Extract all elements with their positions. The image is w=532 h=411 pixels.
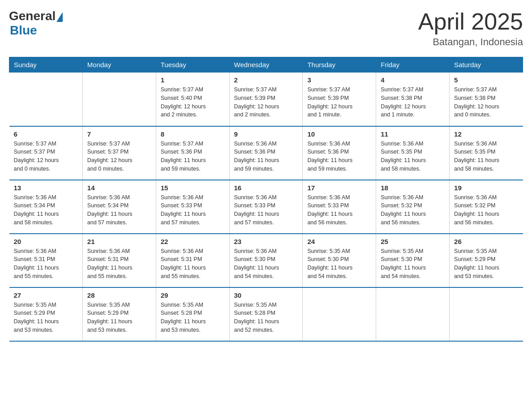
- calendar-cell: 21Sunrise: 5:36 AM Sunset: 5:31 PM Dayli…: [82, 234, 156, 287]
- day-number: 7: [87, 130, 151, 138]
- day-info: Sunrise: 5:36 AM Sunset: 5:33 PM Dayligh…: [307, 193, 371, 227]
- day-info: Sunrise: 5:37 AM Sunset: 5:37 PM Dayligh…: [14, 140, 78, 173]
- day-info: Sunrise: 5:36 AM Sunset: 5:34 PM Dayligh…: [87, 193, 151, 227]
- day-info: Sunrise: 5:36 AM Sunset: 5:31 PM Dayligh…: [87, 247, 151, 281]
- day-number: 12: [454, 130, 518, 138]
- calendar-title: April 2025: [418, 9, 523, 34]
- calendar-week-row: 13Sunrise: 5:36 AM Sunset: 5:34 PM Dayli…: [9, 180, 523, 234]
- calendar-cell: [376, 287, 450, 341]
- day-number: 5: [454, 76, 518, 84]
- calendar-cell: 23Sunrise: 5:36 AM Sunset: 5:30 PM Dayli…: [229, 234, 303, 287]
- calendar-cell: 25Sunrise: 5:35 AM Sunset: 5:30 PM Dayli…: [376, 234, 450, 287]
- day-number: 20: [14, 238, 78, 245]
- day-info: Sunrise: 5:36 AM Sunset: 5:31 PM Dayligh…: [161, 247, 225, 281]
- day-info: Sunrise: 5:35 AM Sunset: 5:29 PM Dayligh…: [454, 247, 518, 281]
- calendar-cell: 6Sunrise: 5:37 AM Sunset: 5:37 PM Daylig…: [9, 126, 83, 180]
- day-of-week-header: Saturday: [450, 57, 523, 73]
- day-number: 27: [14, 291, 78, 299]
- calendar-cell: 17Sunrise: 5:36 AM Sunset: 5:33 PM Dayli…: [303, 180, 376, 234]
- calendar-subtitle: Batangan, Indonesia: [418, 36, 523, 48]
- calendar-cell: 14Sunrise: 5:36 AM Sunset: 5:34 PM Dayli…: [82, 180, 156, 234]
- calendar-cell: 19Sunrise: 5:36 AM Sunset: 5:32 PM Dayli…: [450, 180, 523, 234]
- calendar-cell: 26Sunrise: 5:35 AM Sunset: 5:29 PM Dayli…: [450, 234, 523, 287]
- day-info: Sunrise: 5:36 AM Sunset: 5:31 PM Dayligh…: [14, 247, 78, 281]
- day-number: 22: [161, 238, 225, 245]
- day-number: 13: [14, 184, 78, 192]
- day-info: Sunrise: 5:37 AM Sunset: 5:38 PM Dayligh…: [454, 86, 518, 119]
- day-info: Sunrise: 5:36 AM Sunset: 5:32 PM Dayligh…: [454, 193, 518, 227]
- calendar-cell: 29Sunrise: 5:35 AM Sunset: 5:28 PM Dayli…: [156, 287, 229, 341]
- day-info: Sunrise: 5:35 AM Sunset: 5:29 PM Dayligh…: [14, 301, 78, 334]
- page-header: General Blue April 2025 Batangan, Indone…: [9, 9, 523, 48]
- day-number: 10: [307, 130, 371, 138]
- day-number: 16: [234, 184, 298, 192]
- day-info: Sunrise: 5:36 AM Sunset: 5:36 PM Dayligh…: [307, 140, 371, 173]
- day-number: 24: [307, 238, 371, 245]
- day-number: 2: [234, 76, 298, 84]
- day-of-week-header: Wednesday: [229, 57, 303, 73]
- calendar-week-row: 1Sunrise: 5:37 AM Sunset: 5:40 PM Daylig…: [9, 73, 523, 126]
- calendar-cell: 9Sunrise: 5:36 AM Sunset: 5:36 PM Daylig…: [229, 126, 303, 180]
- calendar-cell: 11Sunrise: 5:36 AM Sunset: 5:35 PM Dayli…: [376, 126, 450, 180]
- day-number: 21: [87, 238, 151, 245]
- day-number: 8: [161, 130, 225, 138]
- calendar-cell: [82, 73, 156, 126]
- calendar-week-row: 20Sunrise: 5:36 AM Sunset: 5:31 PM Dayli…: [9, 234, 523, 287]
- logo-general-text: General: [9, 9, 56, 23]
- day-of-week-header: Monday: [82, 57, 156, 73]
- day-number: 26: [454, 238, 518, 245]
- day-of-week-header: Friday: [376, 57, 450, 73]
- day-info: Sunrise: 5:36 AM Sunset: 5:30 PM Dayligh…: [234, 247, 298, 281]
- day-number: 18: [381, 184, 445, 192]
- day-info: Sunrise: 5:37 AM Sunset: 5:39 PM Dayligh…: [234, 86, 298, 119]
- day-info: Sunrise: 5:37 AM Sunset: 5:40 PM Dayligh…: [161, 86, 225, 119]
- day-number: 11: [381, 130, 445, 138]
- logo-blue-text: Blue: [10, 23, 37, 38]
- day-info: Sunrise: 5:36 AM Sunset: 5:35 PM Dayligh…: [454, 140, 518, 173]
- day-of-week-header: Thursday: [303, 57, 376, 73]
- calendar-cell: 12Sunrise: 5:36 AM Sunset: 5:35 PM Dayli…: [450, 126, 523, 180]
- calendar-header: SundayMondayTuesdayWednesdayThursdayFrid…: [9, 57, 523, 73]
- day-info: Sunrise: 5:37 AM Sunset: 5:36 PM Dayligh…: [161, 140, 225, 173]
- calendar-table: SundayMondayTuesdayWednesdayThursdayFrid…: [9, 57, 523, 342]
- day-of-week-header: Sunday: [9, 57, 83, 73]
- day-number: 25: [381, 238, 445, 245]
- day-number: 30: [234, 291, 298, 299]
- calendar-cell: 24Sunrise: 5:35 AM Sunset: 5:30 PM Dayli…: [303, 234, 376, 287]
- day-info: Sunrise: 5:36 AM Sunset: 5:33 PM Dayligh…: [234, 193, 298, 227]
- day-number: 17: [307, 184, 371, 192]
- day-number: 9: [234, 130, 298, 138]
- title-section: April 2025 Batangan, Indonesia: [418, 9, 523, 48]
- day-number: 1: [161, 76, 225, 84]
- calendar-cell: 7Sunrise: 5:37 AM Sunset: 5:37 PM Daylig…: [82, 126, 156, 180]
- day-info: Sunrise: 5:35 AM Sunset: 5:29 PM Dayligh…: [87, 301, 151, 334]
- calendar-cell: [9, 73, 83, 126]
- calendar-cell: 27Sunrise: 5:35 AM Sunset: 5:29 PM Dayli…: [9, 287, 83, 341]
- calendar-cell: 15Sunrise: 5:36 AM Sunset: 5:33 PM Dayli…: [156, 180, 229, 234]
- day-number: 19: [454, 184, 518, 192]
- calendar-cell: 8Sunrise: 5:37 AM Sunset: 5:36 PM Daylig…: [156, 126, 229, 180]
- days-of-week-row: SundayMondayTuesdayWednesdayThursdayFrid…: [9, 57, 523, 73]
- calendar-cell: 22Sunrise: 5:36 AM Sunset: 5:31 PM Dayli…: [156, 234, 229, 287]
- day-info: Sunrise: 5:35 AM Sunset: 5:30 PM Dayligh…: [307, 247, 371, 281]
- calendar-cell: 10Sunrise: 5:36 AM Sunset: 5:36 PM Dayli…: [303, 126, 376, 180]
- calendar-cell: 18Sunrise: 5:36 AM Sunset: 5:32 PM Dayli…: [376, 180, 450, 234]
- day-info: Sunrise: 5:35 AM Sunset: 5:28 PM Dayligh…: [161, 301, 225, 334]
- calendar-week-row: 27Sunrise: 5:35 AM Sunset: 5:29 PM Dayli…: [9, 287, 523, 341]
- day-info: Sunrise: 5:36 AM Sunset: 5:36 PM Dayligh…: [234, 140, 298, 173]
- day-info: Sunrise: 5:36 AM Sunset: 5:35 PM Dayligh…: [381, 140, 445, 173]
- day-number: 3: [307, 76, 371, 84]
- day-info: Sunrise: 5:37 AM Sunset: 5:37 PM Dayligh…: [87, 140, 151, 173]
- calendar-cell: 2Sunrise: 5:37 AM Sunset: 5:39 PM Daylig…: [229, 73, 303, 126]
- calendar-cell: 4Sunrise: 5:37 AM Sunset: 5:38 PM Daylig…: [376, 73, 450, 126]
- day-info: Sunrise: 5:37 AM Sunset: 5:39 PM Dayligh…: [307, 86, 371, 119]
- calendar-cell: 13Sunrise: 5:36 AM Sunset: 5:34 PM Dayli…: [9, 180, 83, 234]
- day-number: 4: [381, 76, 445, 84]
- calendar-cell: 16Sunrise: 5:36 AM Sunset: 5:33 PM Dayli…: [229, 180, 303, 234]
- calendar-body: 1Sunrise: 5:37 AM Sunset: 5:40 PM Daylig…: [9, 73, 523, 341]
- day-number: 28: [87, 291, 151, 299]
- calendar-cell: 1Sunrise: 5:37 AM Sunset: 5:40 PM Daylig…: [156, 73, 229, 126]
- day-number: 15: [161, 184, 225, 192]
- calendar-cell: 30Sunrise: 5:35 AM Sunset: 5:28 PM Dayli…: [229, 287, 303, 341]
- calendar-cell: [450, 287, 523, 341]
